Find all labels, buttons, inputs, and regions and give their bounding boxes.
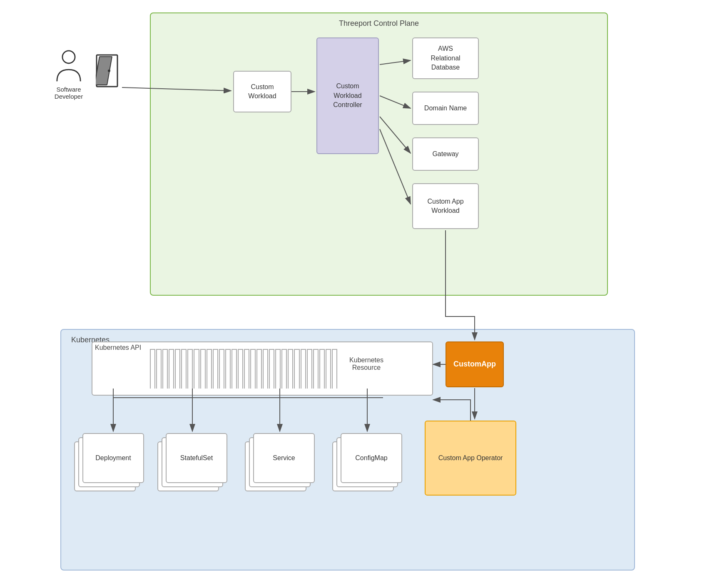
software-developer-icon: SoftwareDeveloper	[54, 50, 83, 100]
comb-item	[187, 349, 193, 389]
comb-item	[150, 349, 155, 389]
custom-workload-controller-box: CustomWorkloadController	[316, 37, 379, 154]
threeport-plane: Threeport Control Plane	[150, 12, 608, 296]
deployment-box: Deployment	[82, 433, 144, 483]
comb-container	[150, 349, 337, 389]
comb-item	[200, 349, 206, 389]
comb-item	[269, 349, 274, 389]
custom-app-workload-box: Custom AppWorkload	[412, 183, 479, 229]
statefulset-box: StatefulSet	[166, 433, 227, 483]
comb-item	[213, 349, 218, 389]
domain-name-box: Domain Name	[412, 92, 479, 125]
comb-item	[256, 349, 262, 389]
comb-item	[301, 349, 306, 389]
comb-item	[181, 349, 187, 389]
svg-point-3	[108, 70, 110, 72]
aws-relational-database-box: AWSRelationalDatabase	[412, 37, 479, 79]
comb-item	[263, 349, 268, 389]
comb-item	[250, 349, 256, 389]
comb-item	[225, 349, 231, 389]
custom-workload-box: CustomWorkload	[233, 71, 291, 112]
comb-item	[169, 349, 174, 389]
comb-item	[238, 349, 243, 389]
comb-item	[194, 349, 199, 389]
door-icon	[96, 54, 119, 87]
comb-item	[307, 349, 312, 389]
comb-item	[313, 349, 319, 389]
gateway-box: Gateway	[412, 137, 479, 171]
service-box: Service	[253, 433, 315, 483]
comb-item	[219, 349, 224, 389]
comb-item	[326, 349, 331, 389]
comb-item	[319, 349, 325, 389]
software-developer-label: SoftwareDeveloper	[55, 86, 83, 100]
comb-item	[332, 349, 337, 389]
threeport-label: Threeport Control Plane	[339, 19, 419, 28]
svg-point-0	[62, 51, 75, 63]
custom-app-operator-box: Custom App Operator	[425, 421, 516, 496]
comb-item	[232, 349, 237, 389]
comb-item	[207, 349, 212, 389]
comb-item	[244, 349, 249, 389]
comb-item	[275, 349, 281, 389]
comb-item	[175, 349, 180, 389]
comb-item	[156, 349, 162, 389]
person-svg	[54, 50, 83, 83]
comb-item	[294, 349, 299, 389]
comb-item	[281, 349, 287, 389]
comb-item	[288, 349, 293, 389]
k8s-resource-label: KubernetesResource	[341, 356, 391, 371]
diagram-container: Threeport Control Plane Kubernetes Kuber…	[0, 0, 702, 588]
k8s-api-label: Kubernetes API	[95, 344, 141, 351]
comb-item	[162, 349, 168, 389]
configmap-box: ConfigMap	[341, 433, 402, 483]
customapp-box: CustomApp	[446, 341, 504, 387]
